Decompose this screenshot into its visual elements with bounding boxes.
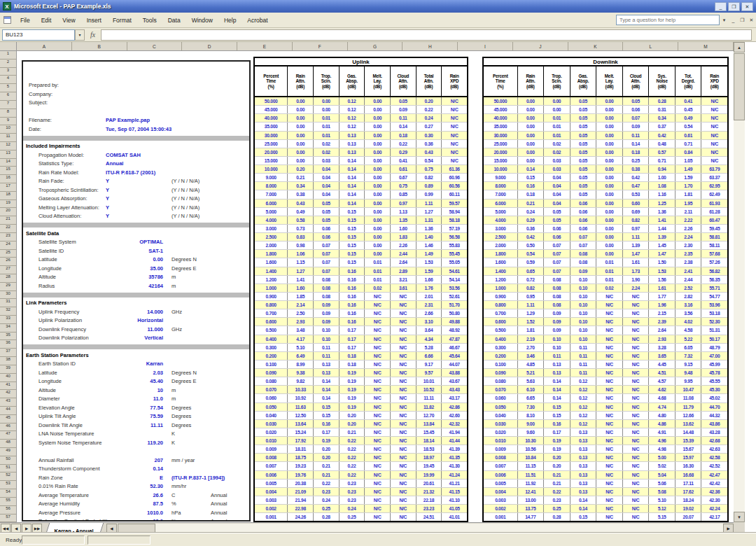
- table-cell[interactable]: 0.00: [288, 157, 314, 164]
- table-cell[interactable]: 7.000: [484, 190, 518, 198]
- parameter-row[interactable]: Uplink Frequency14.000GHz: [23, 308, 249, 317]
- table-cell[interactable]: 2.24: [623, 284, 650, 292]
- table-cell[interactable]: 52.30: [701, 318, 727, 326]
- table-cell[interactable]: 0.11: [623, 132, 650, 139]
- parameter-row[interactable]: [23, 447, 249, 456]
- table-cell[interactable]: 0.10: [570, 301, 597, 309]
- table-cell[interactable]: 0.09: [314, 301, 340, 309]
- table-cell[interactable]: 4.000: [484, 216, 518, 224]
- table-cell[interactable]: 0.50: [518, 241, 545, 249]
- parameter-row[interactable]: Latitude2.03Degrees N: [23, 369, 249, 378]
- table-cell[interactable]: 0.14: [623, 140, 650, 148]
- table-cell[interactable]: 0.13: [570, 428, 597, 436]
- table-cell[interactable]: 18.97: [416, 454, 442, 461]
- table-cell[interactable]: 0.22: [391, 140, 416, 148]
- table-cell[interactable]: 45.55: [701, 377, 727, 385]
- table-cell[interactable]: 0.19: [314, 437, 340, 444]
- table-cell[interactable]: 0.030: [255, 420, 288, 428]
- table-cell[interactable]: 2.11: [676, 208, 702, 216]
- table-cell[interactable]: 0.03: [544, 165, 570, 173]
- table-cell[interactable]: 2.93: [288, 318, 314, 326]
- table-cell[interactable]: 0.09: [623, 122, 650, 130]
- table-cell[interactable]: 0.11: [314, 344, 340, 351]
- table-cell[interactable]: 0.30: [416, 132, 442, 139]
- table-cell[interactable]: N/C: [365, 293, 391, 300]
- table-cell[interactable]: 0.08: [544, 284, 570, 292]
- menu-item-help[interactable]: Help: [218, 15, 241, 26]
- table-cell[interactable]: 0.04: [314, 174, 340, 181]
- table-cell[interactable]: 57.68: [701, 250, 727, 258]
- table-cell[interactable]: 0.04: [314, 190, 340, 198]
- table-cell[interactable]: 0.400: [484, 335, 518, 343]
- column-header-j[interactable]: J: [513, 42, 568, 50]
- table-cell[interactable]: 4.51: [649, 369, 676, 377]
- table-cell[interactable]: 4.000: [255, 216, 288, 224]
- table-cell[interactable]: 0.13: [570, 437, 597, 444]
- parameter-row[interactable]: Uplink PolarizationHorizontal: [23, 316, 249, 326]
- parameter-row[interactable]: Average Pressure1010.0hPaAnnual: [23, 509, 249, 518]
- table-cell[interactable]: 0.05: [314, 200, 340, 207]
- table-cell[interactable]: 0.09: [391, 106, 416, 113]
- scroll-left-icon[interactable]: ◀: [106, 524, 117, 533]
- table-cell[interactable]: 0.34: [649, 114, 676, 122]
- table-cell[interactable]: N/C: [442, 132, 467, 139]
- table-cell[interactable]: 0.61: [676, 132, 702, 139]
- row-header[interactable]: 40: [0, 374, 16, 382]
- table-cell[interactable]: 0.23: [340, 496, 365, 504]
- table-cell[interactable]: 1.53: [416, 258, 442, 266]
- table-cell[interactable]: 53.18: [701, 309, 727, 317]
- table-cell[interactable]: 0.19: [340, 394, 365, 402]
- table-cell[interactable]: 0.05: [570, 182, 597, 190]
- menu-item-file[interactable]: File: [15, 15, 36, 26]
- parameter-row[interactable]: Elevation Angle77.54Degrees: [23, 404, 249, 413]
- table-cell[interactable]: 0.00: [596, 225, 623, 232]
- table-cell[interactable]: 11.08: [676, 394, 702, 402]
- table-cell[interactable]: 0.24: [416, 114, 442, 122]
- table-cell[interactable]: 1.50: [649, 258, 676, 266]
- table-cell[interactable]: 0.020: [484, 428, 518, 436]
- table-cell[interactable]: 58.11: [701, 241, 727, 249]
- table-cell[interactable]: 0.15: [340, 208, 365, 216]
- table-cell[interactable]: 41.05: [442, 505, 467, 512]
- table-cell[interactable]: N/C: [596, 360, 623, 368]
- table-cell[interactable]: 0.14: [340, 200, 365, 207]
- table-cell[interactable]: 13.64: [288, 420, 314, 428]
- table-cell[interactable]: 60.96: [442, 174, 467, 181]
- column-header-i[interactable]: I: [458, 42, 513, 50]
- table-cell[interactable]: 6.000: [255, 200, 288, 207]
- table-cell[interactable]: N/C: [623, 301, 650, 309]
- table-cell[interactable]: 42.36: [701, 488, 727, 496]
- table-cell[interactable]: 0.00: [596, 190, 623, 198]
- table-cell[interactable]: 43.17: [442, 394, 467, 402]
- row-header[interactable]: 32: [0, 307, 16, 316]
- table-cell[interactable]: 0.82: [518, 284, 545, 292]
- table-cell[interactable]: 0.00: [288, 106, 314, 113]
- table-cell[interactable]: 0.12: [570, 412, 597, 419]
- table-cell[interactable]: 5.15: [649, 513, 676, 521]
- table-cell[interactable]: 1.000: [484, 284, 518, 292]
- table-cell[interactable]: 0.090: [484, 369, 518, 377]
- table-cell[interactable]: 7.32: [676, 352, 702, 360]
- table-cell[interactable]: 54.77: [701, 293, 727, 300]
- table-cell[interactable]: N/C: [596, 437, 623, 444]
- parameter-row[interactable]: Longitude45.40Degrees E: [23, 377, 249, 386]
- table-cell[interactable]: 6.000: [484, 200, 518, 207]
- row-header[interactable]: 23: [0, 233, 16, 241]
- row-header[interactable]: 22: [0, 225, 16, 233]
- table-cell[interactable]: 42.60: [442, 412, 467, 419]
- table-cell[interactable]: N/C: [623, 479, 650, 487]
- table-cell[interactable]: 0.06: [544, 225, 570, 232]
- table-cell[interactable]: 1.000: [255, 284, 288, 292]
- table-cell[interactable]: 50.000: [255, 97, 288, 105]
- table-cell[interactable]: 0.01: [365, 276, 391, 284]
- table-cell[interactable]: 42.63: [701, 445, 727, 453]
- row-header[interactable]: 55: [0, 498, 16, 506]
- table-cell[interactable]: 0.72: [518, 276, 545, 284]
- table-cell[interactable]: 4.98: [649, 445, 676, 453]
- table-cell[interactable]: 0.97: [623, 225, 650, 232]
- table-cell[interactable]: 45.78: [701, 369, 727, 377]
- row-header[interactable]: 56: [0, 506, 16, 514]
- table-cell[interactable]: 10.01: [416, 377, 442, 385]
- table-cell[interactable]: 18.53: [416, 445, 442, 453]
- table-cell[interactable]: N/C: [442, 148, 467, 156]
